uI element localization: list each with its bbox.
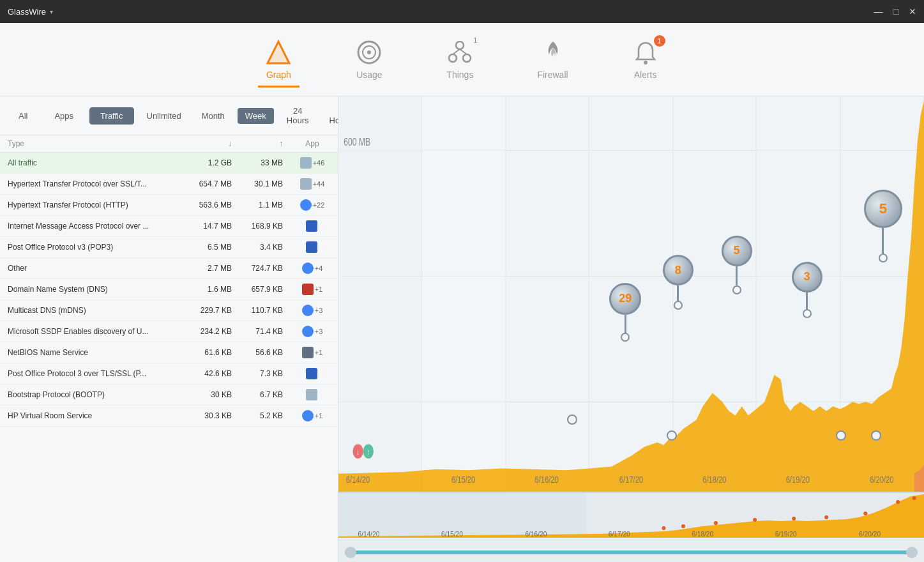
svg-text:↑: ↑ [367,448,370,457]
svg-text:6/14/20: 6/14/20 [358,531,380,538]
svg-point-10 [644,61,648,65]
table-header: Type ↓ ↑ App [0,135,338,153]
table-row[interactable]: NetBIOS Name Service 61.6 KB 56.6 KB +1 [0,342,338,363]
app-icon-10 [306,368,317,379]
minimize-button[interactable]: — [874,6,883,17]
app-icon-11 [306,389,317,400]
pin-circle-29[interactable]: 29 [609,283,641,315]
time-month[interactable]: Month [194,108,232,124]
col-up-header[interactable]: ↑ [236,139,287,148]
row-app-4 [287,241,338,253]
svg-marker-1 [268,42,289,63]
pin-circle-3[interactable]: 3 [792,262,822,292]
pin-5-left: 5 [722,236,752,294]
svg-text:6/18/20: 6/18/20 [692,531,713,538]
app-icon-4 [306,241,317,253]
table-row[interactable]: Multicast DNS (mDNS) 229.7 KB 110.7 KB +… [0,300,338,321]
svg-point-42 [792,517,796,520]
table-row[interactable]: Hypertext Transfer Protocol over SSL/T..… [0,174,338,195]
app-icon-1 [300,178,312,190]
table-row[interactable]: HP Virtual Room Service 30.3 KB 5.2 KB +… [0,406,338,427]
svg-point-41 [753,518,757,522]
table-row[interactable]: Domain Name System (DNS) 1.6 MB 657.9 KB… [0,279,338,300]
table-row[interactable]: Post Office Protocol v3 (POP3) 6.5 MB 3.… [0,237,338,258]
row-type-12: HP Virtual Room Service [0,411,185,420]
row-app-12: +1 [287,410,338,422]
slider-handle-left[interactable] [345,547,356,558]
row-up-8: 71.4 KB [236,327,287,336]
svg-rect-22 [421,96,505,492]
row-down-3: 14.7 MB [185,222,236,231]
nav-label-alerts: Alerts [634,70,657,80]
row-up-2: 1.1 MB [236,201,287,209]
row-up-1: 30.1 MB [236,179,287,188]
app-icon-6 [302,284,314,295]
alerts-badge: 1 [654,35,665,47]
app-icon-0 [300,157,312,169]
svg-point-45 [896,500,900,504]
time-week[interactable]: Week [238,108,274,124]
svg-point-4 [367,50,371,54]
filter-all[interactable]: All [8,107,38,125]
table-row[interactable]: Bootstrap Protocol (BOOTP) 30 KB 6.7 KB [0,384,338,406]
nav-item-graph[interactable]: Graph [252,33,305,86]
pin-dot-5-big [879,254,888,262]
app-icon-3 [306,220,317,232]
table-row[interactable]: Internet Message Access Protocol over ..… [0,216,338,237]
app-icon-8 [302,326,314,337]
pin-circle-8[interactable]: 8 [663,255,693,285]
row-type-6: Domain Name System (DNS) [0,285,185,294]
maximize-button[interactable]: □ [893,6,898,17]
row-type-2: Hypertext Transfer Protocol (HTTP) [0,201,185,209]
svg-point-39 [681,524,685,528]
row-app-11 [287,389,338,400]
svg-point-5 [456,42,464,49]
col-down-header[interactable]: ↓ [185,139,236,148]
titlebar-chevron-icon[interactable]: ▾ [50,8,53,15]
table-row[interactable]: Hypertext Transfer Protocol (HTTP) 563.6… [0,195,338,216]
table-row[interactable]: Microsoft SSDP Enables discovery of U...… [0,321,338,342]
nav-item-usage[interactable]: Usage [343,33,395,86]
pin-circle-5-big[interactable]: 5 [864,190,902,228]
slider-handle-right[interactable] [906,547,918,558]
filter-bar: All Apps Traffic Unlimited Month Week 24… [0,96,338,135]
pin-circle-5-left[interactable]: 5 [722,236,752,266]
app-count-9: +1 [315,349,323,356]
table-row[interactable]: All traffic 1.2 GB 33 MB +46 [0,153,338,174]
row-type-3: Internet Message Access Protocol over ..… [0,222,185,231]
app-icon-5 [302,262,314,274]
filter-traffic[interactable]: Traffic [89,107,133,125]
app-count-2: +22 [313,201,325,209]
table-row[interactable]: Other 2.7 MB 724.7 KB +4 [0,258,338,279]
row-up-9: 56.6 KB [236,348,287,357]
minimap-svg: 6/14/20 6/15/20 6/16/20 6/17/20 6/18/20 … [338,493,924,538]
pin-dot-3 [803,309,812,318]
close-button[interactable]: ✕ [909,6,916,17]
nav-item-alerts[interactable]: 1 Alerts [619,33,672,86]
things-icon [446,39,473,66]
minimap-track [345,551,918,554]
col-type-header: Type [0,139,185,148]
filter-apps[interactable]: Apps [43,107,84,125]
row-up-11: 6.7 KB [236,390,287,399]
svg-point-6 [449,54,457,62]
row-down-9: 61.6 KB [185,348,236,357]
time-unlimited[interactable]: Unlimited [139,108,189,124]
svg-text:6/20/20: 6/20/20 [859,531,881,538]
titlebar-controls: — □ ✕ [874,6,916,17]
titlebar: GlassWire ▾ — □ ✕ [0,0,924,23]
row-up-4: 3.4 KB [236,243,287,252]
table-row[interactable]: Post Office Protocol 3 over TLS/SSL (P..… [0,363,338,384]
nav-label-graph: Graph [266,70,291,80]
row-down-4: 6.5 MB [185,243,236,252]
nav-item-firewall[interactable]: Firewall [524,33,580,86]
row-up-7: 110.7 KB [236,306,287,315]
nav-item-things[interactable]: Things 1 [434,33,486,86]
right-panel: 6/14/20 6/15/20 6/16/20 6/17/20 6/18/20 … [338,96,924,562]
svg-text:6/14/20: 6/14/20 [346,474,370,485]
pin-8: 8 [663,255,693,310]
nav-label-usage: Usage [356,70,382,80]
pin-29: 29 [609,283,641,342]
svg-text:600 MB: 600 MB [344,136,370,148]
time-24h[interactable]: 24 Hours [279,103,317,128]
